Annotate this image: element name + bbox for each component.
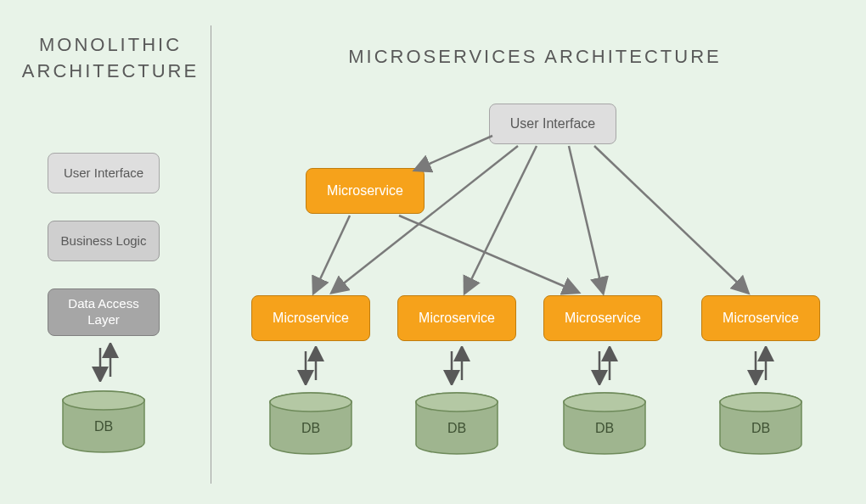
microservice-3: Microservice <box>543 295 662 341</box>
ms3-db-arrows-icon <box>588 346 621 385</box>
svg-point-24 <box>564 393 645 412</box>
ms1-db: DB <box>268 392 353 451</box>
svg-line-6 <box>465 146 537 292</box>
ms4-db-arrows-icon <box>744 346 778 385</box>
svg-point-22 <box>416 393 498 412</box>
mono-ui-box: User Interface <box>48 153 160 193</box>
ms3-db: DB <box>562 392 647 451</box>
svg-line-9 <box>314 216 350 292</box>
vertical-divider <box>211 25 211 484</box>
microservice-1: Microservice <box>251 295 370 341</box>
svg-line-8 <box>594 146 747 292</box>
svg-line-7 <box>569 146 603 292</box>
micro-ui-box: User Interface <box>489 104 616 144</box>
microservice-4: Microservice <box>701 295 820 341</box>
ms1-db-arrows-icon <box>294 346 328 385</box>
monolithic-title: MONOLITHIC ARCHITECTURE <box>17 32 204 85</box>
mono-dal-box: Data Access Layer <box>48 288 160 336</box>
svg-point-26 <box>720 393 801 412</box>
microservice-2: Microservice <box>397 295 516 341</box>
svg-point-20 <box>270 393 351 412</box>
ms2-db-arrows-icon <box>440 346 474 385</box>
microservice-top: Microservice <box>306 168 425 214</box>
mono-logic-box: Business Logic <box>48 221 160 261</box>
ms1-db-label: DB <box>268 421 353 436</box>
ms2-db: DB <box>414 392 499 451</box>
mono-db: DB <box>61 390 146 450</box>
svg-line-10 <box>399 216 577 292</box>
ms4-db: DB <box>718 392 803 451</box>
svg-point-3 <box>63 391 144 410</box>
mono-db-label: DB <box>61 419 146 434</box>
ms4-db-label: DB <box>718 421 803 436</box>
svg-line-4 <box>416 136 492 170</box>
microservices-title: MICROSERVICES ARCHITECTURE <box>238 46 832 68</box>
ms3-db-label: DB <box>562 421 647 436</box>
ms2-db-label: DB <box>414 421 499 436</box>
mono-db-arrows-icon <box>88 343 122 382</box>
